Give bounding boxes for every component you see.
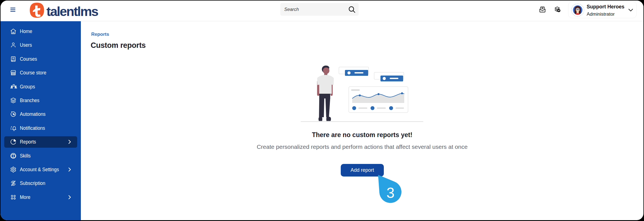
svg-text:3: 3: [387, 185, 395, 201]
